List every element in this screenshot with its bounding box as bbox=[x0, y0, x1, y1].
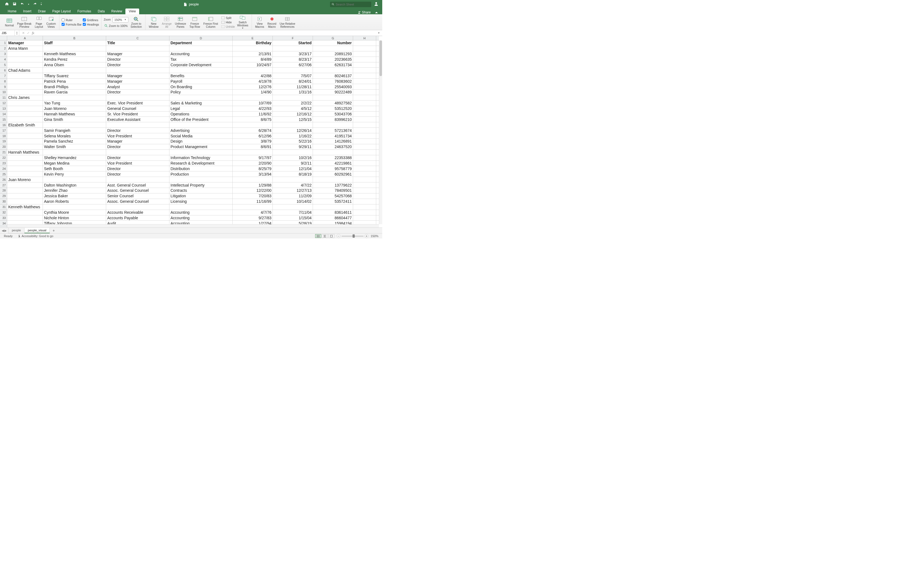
cell[interactable]: Advertising bbox=[170, 128, 233, 133]
cell[interactable]: 2/13/91 bbox=[233, 52, 273, 56]
cell[interactable] bbox=[7, 139, 43, 144]
cell[interactable]: 83996210 bbox=[313, 117, 353, 122]
cell[interactable]: Nichole Hinton bbox=[43, 215, 106, 221]
cell[interactable] bbox=[7, 193, 43, 199]
view-page[interactable]: Page Layout bbox=[34, 15, 44, 29]
cell[interactable]: Pamela Sanchez bbox=[43, 139, 106, 144]
cell[interactable]: 95758779 bbox=[313, 166, 353, 171]
tab-page-layout[interactable]: Page Layout bbox=[49, 8, 74, 14]
cell[interactable]: Manager bbox=[106, 79, 170, 84]
cell[interactable] bbox=[7, 73, 43, 78]
cell[interactable] bbox=[353, 106, 376, 111]
cell[interactable]: 12/2/76 bbox=[233, 84, 273, 89]
cell[interactable]: Director bbox=[106, 166, 170, 171]
cell[interactable] bbox=[313, 122, 353, 127]
row-header-26[interactable]: 26 bbox=[0, 177, 7, 182]
zoom-out-button[interactable]: − bbox=[337, 234, 341, 238]
cell[interactable]: 83614611 bbox=[313, 210, 353, 215]
cell[interactable]: Manager bbox=[106, 73, 170, 78]
cell[interactable]: 8/23/17 bbox=[273, 57, 313, 62]
cell[interactable]: 3/8/79 bbox=[233, 139, 273, 144]
cell[interactable]: Dalton Washington bbox=[43, 182, 106, 188]
cell[interactable]: Birthday bbox=[233, 40, 273, 46]
cell[interactable]: Hannah Matthews bbox=[7, 150, 43, 155]
cell[interactable]: 3/13/94 bbox=[233, 171, 273, 177]
row-header-10[interactable]: 10 bbox=[0, 90, 7, 95]
zoom-combo[interactable]: 150% ▼ bbox=[113, 17, 128, 23]
cell[interactable]: Walter Smith bbox=[43, 144, 106, 150]
cell[interactable]: 9/29/11 bbox=[273, 144, 313, 150]
cell[interactable]: 90222489 bbox=[313, 90, 353, 95]
cell[interactable] bbox=[353, 182, 376, 188]
cell[interactable]: Information Technology bbox=[170, 155, 233, 160]
cell[interactable] bbox=[106, 205, 170, 210]
cell[interactable] bbox=[353, 52, 376, 56]
cell[interactable]: Accounts Payable bbox=[106, 215, 170, 221]
cell[interactable] bbox=[353, 46, 376, 51]
cell[interactable] bbox=[353, 90, 376, 95]
cell[interactable]: 10/7/69 bbox=[233, 101, 273, 106]
row-header-5[interactable]: 5 bbox=[0, 62, 7, 68]
switch-windows-button[interactable]: Switch Windows▼ bbox=[236, 14, 249, 30]
cell[interactable] bbox=[7, 117, 43, 122]
cell[interactable] bbox=[233, 150, 273, 155]
user-icon[interactable] bbox=[374, 2, 378, 7]
cell[interactable] bbox=[233, 46, 273, 51]
cell[interactable]: Distribution bbox=[170, 166, 233, 171]
cell[interactable] bbox=[233, 177, 273, 182]
cell[interactable] bbox=[106, 150, 170, 155]
row-headers[interactable]: 1234567891011121314151617181920212223242… bbox=[0, 40, 7, 227]
cell[interactable] bbox=[7, 161, 43, 166]
cell[interactable] bbox=[7, 144, 43, 150]
cell[interactable]: On Boarding bbox=[170, 84, 233, 89]
cell[interactable]: 6/27/06 bbox=[273, 62, 313, 68]
cell[interactable] bbox=[7, 133, 43, 139]
toggle-headings[interactable]: Headings bbox=[83, 23, 99, 26]
cell[interactable]: Production bbox=[170, 171, 233, 177]
row-header-14[interactable]: 14 bbox=[0, 111, 7, 117]
tab-review[interactable]: Review bbox=[108, 8, 125, 14]
cell[interactable]: 9/2/11 bbox=[273, 161, 313, 166]
cell[interactable]: Samir Frangieh bbox=[43, 128, 106, 133]
unfreeze-button[interactable]: Unfreeze Panes bbox=[174, 15, 187, 29]
cell[interactable]: Assoc. General Counsel bbox=[106, 188, 170, 193]
row-header-22[interactable]: 22 bbox=[0, 155, 7, 161]
cell[interactable]: 12/1/04 bbox=[273, 166, 313, 171]
cell[interactable]: 53043706 bbox=[313, 111, 353, 117]
cell[interactable] bbox=[353, 95, 376, 100]
cell[interactable]: 4/22/93 bbox=[233, 106, 273, 111]
cell[interactable] bbox=[7, 155, 43, 160]
cell[interactable]: 86604477 bbox=[313, 215, 353, 221]
undo-icon[interactable] bbox=[20, 2, 24, 6]
cell[interactable]: 4/19/78 bbox=[233, 79, 273, 84]
cell[interactable] bbox=[43, 122, 106, 127]
spreadsheet-grid[interactable]: ABCDEFGH 1234567891011121314151617181920… bbox=[0, 36, 382, 227]
zoom-to-selection[interactable]: Zoom to Selection bbox=[129, 15, 143, 29]
zoom-100[interactable]: Zoom to 100% bbox=[105, 24, 128, 27]
cell[interactable] bbox=[7, 101, 43, 106]
cell[interactable]: Licensing bbox=[170, 199, 233, 204]
cell[interactable] bbox=[7, 111, 43, 117]
col-header-D[interactable]: D bbox=[170, 36, 233, 40]
cell[interactable] bbox=[273, 68, 313, 73]
cell[interactable] bbox=[353, 139, 376, 144]
cell[interactable] bbox=[313, 95, 353, 100]
cell[interactable]: Operations bbox=[170, 111, 233, 117]
record-button[interactable]: Record Macro bbox=[267, 15, 278, 29]
sheet-prev-icon[interactable]: ◀ bbox=[2, 229, 4, 232]
cell[interactable] bbox=[353, 40, 376, 46]
col-header-B[interactable]: B bbox=[43, 36, 106, 40]
view-button[interactable]: View Macros bbox=[254, 15, 265, 29]
cell[interactable]: Kenneth Matthews bbox=[7, 205, 43, 210]
zoom-slider-track[interactable] bbox=[342, 236, 363, 237]
tab-data[interactable]: Data bbox=[94, 8, 108, 14]
cell[interactable] bbox=[353, 155, 376, 160]
cell[interactable]: Staff bbox=[43, 40, 106, 46]
cell[interactable] bbox=[353, 171, 376, 177]
cell[interactable] bbox=[353, 188, 376, 193]
cell[interactable] bbox=[353, 57, 376, 62]
cell[interactable]: 80246137 bbox=[313, 73, 353, 78]
view-normal[interactable]: Normal bbox=[4, 17, 15, 27]
cell[interactable] bbox=[106, 95, 170, 100]
cell[interactable]: Title bbox=[106, 40, 170, 46]
